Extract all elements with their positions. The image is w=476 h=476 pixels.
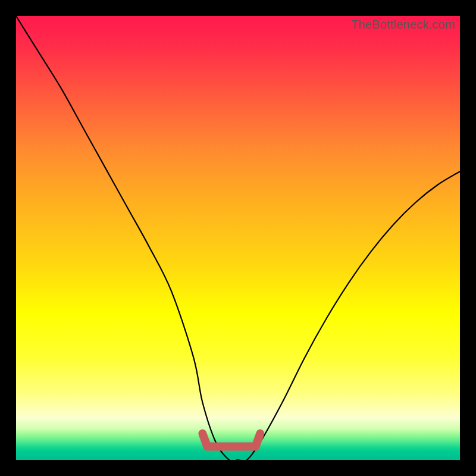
watermark-text: TheBottleneck.com [351,18,455,32]
optimal-zone-marker [202,434,260,447]
chart-plot-area: TheBottleneck.com [16,16,460,460]
chart-svg [16,16,460,460]
bottleneck-curve-path [16,16,460,460]
chart-frame: TheBottleneck.com [0,0,476,476]
